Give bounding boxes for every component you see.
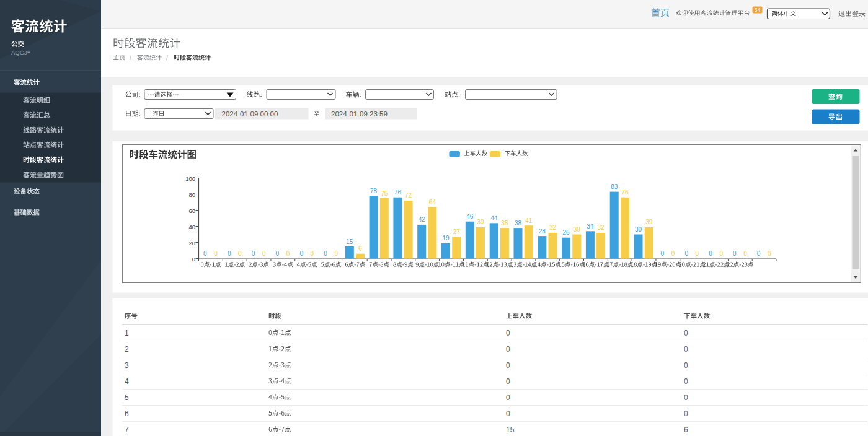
svg-text:5: 5 [125, 393, 129, 402]
svg-text:0: 0 [684, 377, 688, 386]
svg-text:30: 30 [574, 226, 581, 233]
svg-text:0: 0 [506, 345, 510, 354]
svg-text:0: 0 [684, 250, 688, 257]
svg-text:100: 100 [185, 175, 195, 182]
svg-text:0: 0 [203, 250, 207, 257]
svg-text:0: 0 [709, 250, 712, 257]
svg-text:0: 0 [671, 250, 675, 257]
svg-text:19: 19 [442, 235, 450, 242]
svg-text:72: 72 [405, 192, 412, 199]
svg-text:0: 0 [719, 250, 723, 257]
svg-text:0: 0 [506, 377, 510, 386]
svg-text:7: 7 [125, 425, 129, 434]
svg-text:78: 78 [370, 188, 378, 194]
svg-text:0: 0 [684, 361, 688, 370]
svg-text:/: / [166, 54, 168, 61]
svg-text:0: 0 [238, 250, 242, 257]
svg-text:39: 39 [645, 219, 653, 225]
svg-text:44: 44 [490, 215, 498, 222]
svg-text:0: 0 [757, 250, 761, 257]
svg-text:28: 28 [539, 228, 546, 235]
svg-text:15: 15 [506, 425, 515, 434]
svg-text:2024-01-09 23:59: 2024-01-09 23:59 [331, 110, 388, 118]
svg-text:0: 0 [684, 393, 688, 402]
svg-text:20: 20 [188, 240, 195, 246]
svg-text:39: 39 [477, 219, 484, 225]
svg-text:38: 38 [501, 220, 508, 227]
svg-text:0: 0 [684, 409, 688, 418]
svg-text:3: 3 [125, 361, 129, 370]
svg-text:0: 0 [286, 250, 290, 257]
svg-text:0: 0 [661, 250, 665, 257]
svg-text:0: 0 [214, 250, 218, 257]
svg-text:AQGJ: AQGJ [11, 49, 27, 56]
svg-text:0: 0 [334, 250, 338, 257]
svg-text:0: 0 [299, 250, 303, 257]
svg-text:4: 4 [125, 377, 129, 386]
svg-text:6: 6 [358, 245, 362, 252]
svg-text:0: 0 [276, 250, 280, 257]
svg-text:83: 83 [611, 183, 618, 190]
svg-text:0: 0 [192, 256, 195, 263]
svg-text:42: 42 [418, 216, 426, 223]
svg-text:40: 40 [188, 224, 195, 230]
svg-text:0: 0 [696, 250, 699, 257]
svg-text:80: 80 [188, 191, 195, 198]
svg-text:32: 32 [598, 224, 605, 231]
svg-text:0: 0 [743, 250, 747, 257]
svg-text:0: 0 [506, 409, 510, 418]
svg-text:27: 27 [453, 229, 461, 235]
svg-text:38: 38 [515, 220, 522, 227]
svg-text:2024-01-09 00:00: 2024-01-09 00:00 [222, 110, 278, 118]
svg-text:0: 0 [684, 329, 688, 338]
svg-text:64: 64 [429, 199, 436, 206]
svg-text:0: 0 [684, 345, 688, 354]
svg-text:30: 30 [635, 226, 642, 233]
svg-text:46: 46 [466, 213, 474, 220]
svg-text:34: 34 [587, 223, 594, 230]
svg-text:6: 6 [684, 425, 688, 434]
svg-text:0: 0 [262, 250, 266, 257]
svg-text:/: / [130, 54, 131, 61]
svg-text:26: 26 [563, 229, 570, 236]
svg-text:0: 0 [506, 329, 510, 338]
svg-text:2: 2 [125, 345, 129, 354]
svg-text:0: 0 [506, 393, 510, 402]
svg-text:0: 0 [324, 250, 327, 257]
svg-text:32: 32 [549, 224, 557, 231]
svg-text:34: 34 [754, 7, 760, 13]
svg-text:6: 6 [125, 409, 129, 418]
svg-text:1: 1 [125, 329, 129, 338]
svg-text:0: 0 [311, 250, 314, 257]
svg-text:15: 15 [346, 238, 353, 245]
svg-text:76: 76 [621, 189, 629, 196]
svg-text:76: 76 [394, 189, 402, 196]
svg-text:75: 75 [381, 190, 388, 197]
svg-text:60: 60 [188, 207, 195, 214]
svg-text:0: 0 [768, 250, 771, 257]
svg-text:0: 0 [733, 250, 737, 257]
svg-text:0: 0 [252, 250, 255, 257]
svg-text:41: 41 [525, 217, 533, 224]
svg-text:0: 0 [228, 250, 231, 257]
svg-text:0: 0 [506, 361, 510, 370]
